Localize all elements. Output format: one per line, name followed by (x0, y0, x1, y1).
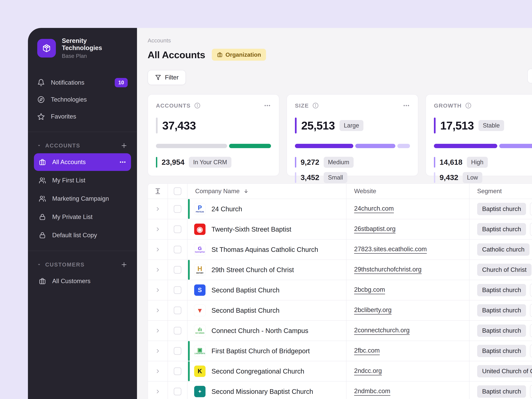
bell-icon (37, 79, 45, 86)
accounts-section-header[interactable]: ACCOUNTS (28, 139, 137, 153)
sidebar-item-default-list-copy[interactable]: Default list Copy (34, 226, 131, 244)
compass-icon (37, 96, 45, 103)
select-all-checkbox[interactable] (174, 187, 181, 195)
nav-label: Notifications (51, 79, 84, 86)
cube-icon (42, 43, 51, 53)
expand-row-button[interactable] (148, 280, 168, 300)
table-row[interactable]: ▼ Second Baptist Church 2bcliberty.org B… (148, 300, 532, 321)
expand-row-button[interactable] (148, 219, 168, 239)
bar-segment (295, 144, 353, 148)
sidebar-item-all-customers[interactable]: All Customers (34, 272, 131, 290)
company-logo: G GamingChat (194, 244, 205, 255)
list-label: All Accounts (52, 158, 86, 165)
website-link[interactable]: 2bcliberty.org (354, 306, 392, 315)
website-link[interactable]: 2ndcc.org (354, 367, 382, 375)
website-link[interactable]: 2bcbg.com (354, 286, 385, 294)
website-link[interactable]: 2connectchurch.org (354, 327, 410, 335)
add-account-list-button[interactable] (120, 142, 128, 149)
sidebar-divider (28, 251, 137, 251)
segment-header[interactable]: Segment (469, 184, 532, 199)
add-customer-list-button[interactable] (120, 261, 128, 268)
info-icon[interactable] (312, 102, 319, 109)
segment-badge: Baptist church (477, 324, 526, 337)
table-row[interactable]: K Second Congregational Church 2ndcc.org… (148, 361, 532, 381)
expand-all-header-cell[interactable] (148, 184, 168, 199)
sidebar-item-all-accounts[interactable]: All Accounts (34, 153, 131, 171)
nav-label: Technologies (51, 96, 87, 103)
crm-match-indicator (188, 199, 190, 219)
card-menu-button[interactable] (403, 102, 410, 109)
website-link[interactable]: 27823.sites.ecatholic.com (354, 246, 427, 254)
value-accent-bar (295, 118, 297, 133)
row-checkbox[interactable] (174, 347, 181, 355)
segment-badge: Baptist church (477, 223, 526, 235)
website-link[interactable]: 2ndmbc.com (354, 387, 390, 396)
row-checkbox[interactable] (174, 246, 181, 253)
row-checkbox[interactable] (174, 388, 181, 395)
table-row[interactable]: ✦ Second Missionary Baptist Church 2ndmb… (148, 381, 532, 399)
sidebar-item-favorites[interactable]: Favorites (28, 108, 137, 125)
row-checkbox[interactable] (174, 205, 181, 213)
table-row[interactable]: ılı GO GREEN Connect Church - North Camp… (148, 321, 532, 341)
row-checkbox[interactable] (174, 286, 181, 294)
bar-segment (434, 144, 497, 148)
info-icon[interactable] (194, 102, 201, 109)
edge-cutoff-button[interactable] (527, 69, 532, 83)
stat-cards: ACCOUNTS 37,433 (148, 94, 532, 176)
value-accent-bar (156, 118, 158, 133)
table-row[interactable]: G GamingChat St Thomas Aquinas Catholic … (148, 240, 532, 260)
row-checkbox[interactable] (174, 327, 181, 335)
list-menu-button[interactable] (119, 158, 126, 166)
table-row[interactable]: ▣ LIVESPORTS First Baptist Church of Bri… (148, 341, 532, 361)
table-row[interactable]: ◉ Twenty-Sixth Street Baptist 26stbaptis… (148, 219, 532, 240)
table-row[interactable]: P PROTEAN 24 Church 24church.com Baptist… (148, 199, 532, 219)
website-link[interactable]: 24church.com (354, 205, 394, 213)
table-header-row: Company Name Website Segment (148, 184, 532, 199)
sidebar-item-notifications[interactable]: Notifications 10 (28, 74, 137, 91)
expand-row-button[interactable] (148, 199, 168, 219)
company-name: Connect Church - North Campus (211, 327, 308, 335)
expand-row-button[interactable] (148, 300, 168, 320)
list-label: Default list Copy (52, 232, 97, 239)
expand-row-button[interactable] (148, 240, 168, 260)
website-link[interactable]: 2fbc.com (354, 347, 380, 355)
org-switcher[interactable]: Serenity Technologies Base Plan (28, 37, 137, 59)
expand-row-button[interactable] (148, 361, 168, 381)
company-logo: ▣ LIVESPORTS (194, 345, 205, 357)
row-checkbox[interactable] (174, 367, 181, 375)
website-link[interactable]: 29thstchurchofchrist.org (354, 266, 422, 274)
card-menu-button[interactable] (264, 102, 271, 109)
sidebar-item-technologies[interactable]: Technologies (28, 91, 137, 108)
large-size-value: 25,513 (301, 119, 335, 132)
company-logo: ılı GO GREEN (194, 325, 205, 336)
list-label: Marketing Campaign (52, 195, 109, 202)
row-checkbox[interactable] (174, 307, 181, 314)
website-header[interactable]: Website (347, 184, 469, 199)
size-stat-card: SIZE 25,513 Large (287, 94, 418, 176)
main-content: Accounts All Accounts Organization (137, 28, 532, 399)
table-row[interactable]: H HISTORY 29th Street Church of Christ 2… (148, 260, 532, 280)
stat-value: 9,432 (440, 173, 458, 182)
sidebar-item-my-first-list[interactable]: My First List (34, 171, 131, 189)
row-checkbox[interactable] (174, 225, 181, 233)
table-row[interactable]: S Second Baptist Church 2bcbg.com Baptis… (148, 280, 532, 300)
bar-segment (156, 144, 227, 148)
row-checkbox[interactable] (174, 266, 181, 274)
card-title: GROWTH (434, 102, 462, 109)
segment-badge-secondary: I (530, 223, 532, 236)
stable-growth-value: 17,513 (440, 119, 474, 132)
info-icon[interactable] (465, 102, 472, 109)
expand-row-button[interactable] (148, 381, 168, 399)
crm-match-indicator (188, 361, 190, 381)
website-link[interactable]: 26stbaptist.org (354, 225, 395, 234)
filter-button[interactable]: Filter (148, 70, 186, 85)
expand-row-button[interactable] (148, 321, 168, 341)
customers-section-header[interactable]: CUSTOMERS (28, 258, 137, 272)
list-label: My First List (52, 177, 85, 184)
expand-row-button[interactable] (148, 341, 168, 361)
sidebar-item-my-private-list[interactable]: My Private List (34, 208, 131, 226)
company-name-header[interactable]: Company Name (188, 184, 347, 199)
sidebar-item-marketing-campaign[interactable]: Marketing Campaign (34, 190, 131, 208)
notifications-count-badge: 10 (115, 78, 128, 87)
expand-row-button[interactable] (148, 260, 168, 280)
